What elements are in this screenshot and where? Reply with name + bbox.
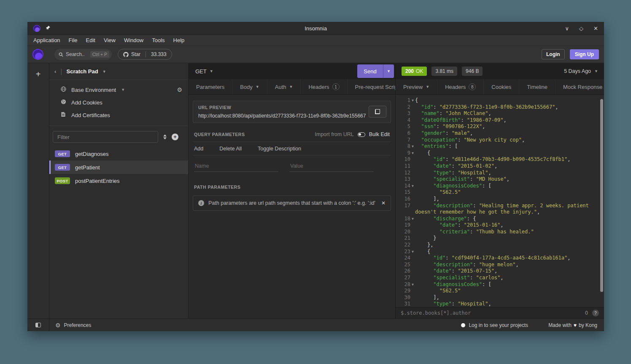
environment-selector[interactable]: Base Environment ▼ ⚙ (49, 83, 188, 96)
line-number-value: 24 (404, 255, 410, 262)
titlebar: Insomnia ∨ ◇ ✕ (27, 22, 604, 35)
menu-window[interactable]: Window (121, 36, 147, 44)
workspace-title[interactable]: Scratch Pad (67, 68, 98, 75)
chevron-down-icon[interactable]: ▼ (102, 70, 106, 74)
request-getDiagnoses[interactable]: GETgetDiagnoses (49, 147, 188, 161)
tab-headers[interactable]: Headers1 (301, 79, 347, 94)
response-history-dropdown[interactable]: 5 Days Ago ▼ (564, 68, 598, 74)
fold-spacer (410, 163, 415, 170)
fold-spacer (410, 268, 415, 275)
cookie-icon (60, 99, 66, 106)
fold-arrow-icon[interactable]: ▼ (410, 150, 415, 157)
sidebar-filter-input[interactable] (53, 131, 158, 143)
maximize-icon[interactable]: ◇ (579, 25, 583, 32)
close-icon[interactable]: ✕ (593, 25, 598, 32)
fold-arrow-icon[interactable]: ▼ (410, 249, 415, 255)
add-cookies-button[interactable]: Add Cookies (49, 96, 188, 109)
menu-view[interactable]: View (100, 36, 119, 44)
scrollbar-thumb[interactable] (600, 99, 603, 292)
send-button[interactable]: Send ▼ (357, 64, 394, 78)
preferences-button[interactable]: ⚙ Preferences (49, 322, 91, 329)
tab-pre-request-script[interactable]: Pre-request Script (348, 79, 395, 94)
request-getPatient[interactable]: GETgetPatient (49, 161, 188, 174)
json-line-content: "id": "d2773336-f723-11e9-8f0b-362b9e155… (415, 104, 604, 111)
bulk-edit-toggle[interactable] (358, 132, 365, 137)
line-number-value: 28 (404, 281, 410, 288)
param-value-input[interactable] (289, 161, 374, 172)
json-line-content: "occupation": "New york city cop", (415, 137, 604, 144)
method-label: GET (195, 68, 207, 75)
fold-arrow-icon[interactable]: ▼ (410, 216, 415, 222)
line-number-value: 14 (404, 183, 410, 190)
json-line: 9▼ { (396, 150, 604, 157)
tab-preview[interactable]: Preview▼ (396, 79, 437, 94)
login-button[interactable]: Login (542, 49, 565, 59)
copy-icon (375, 109, 380, 114)
response-filter-input[interactable] (401, 310, 581, 316)
search-input[interactable]: Search.. Ctrl + P (54, 49, 112, 60)
add-request-button[interactable]: + (172, 134, 178, 140)
menu-application[interactable]: Application (30, 36, 64, 44)
copy-url-button[interactable] (369, 106, 386, 118)
request-name: postPatientEntries (75, 178, 120, 184)
back-chevron-icon[interactable]: ‹ (54, 68, 56, 75)
menu-edit[interactable]: Edit (83, 36, 99, 44)
made-with-label: Made with (548, 322, 572, 328)
url-preview-label: URL PREVIEW (198, 105, 386, 110)
tab-timeline[interactable]: Timeline (519, 79, 555, 94)
window-title: Insomnia (305, 25, 327, 32)
tab-auth[interactable]: Auth▼ (267, 79, 301, 94)
fold-spacer (410, 117, 415, 124)
sidebar: ‹ | Scratch Pad ▼ Base Environment ▼ ⚙ (49, 63, 189, 318)
fold-arrow-icon[interactable]: ▼ (410, 281, 415, 288)
sort-icon[interactable] (163, 134, 167, 139)
fold-arrow-icon[interactable]: ▼ (410, 143, 415, 150)
info-icon: i (198, 200, 204, 206)
search-placeholder: Search.. (66, 51, 85, 57)
add-certificates-button[interactable]: Add Certificates (49, 109, 188, 121)
line-number: 28▼ (396, 281, 415, 288)
json-line: 26 "date": "2015-07-15", (396, 268, 604, 275)
github-star-button[interactable]: Star 33.333 (118, 49, 172, 60)
menu-help[interactable]: Help (170, 36, 188, 44)
tab-parameters[interactable]: Parameters (189, 79, 232, 94)
fold-arrow-icon[interactable]: ▼ (410, 183, 415, 190)
minimize-icon[interactable]: ∨ (565, 25, 569, 32)
fold-arrow-icon[interactable]: ▼ (410, 97, 415, 104)
param-name-input[interactable] (194, 161, 278, 172)
close-icon[interactable]: ✕ (381, 200, 386, 206)
new-workspace-button[interactable]: + (36, 70, 41, 318)
json-line: 5 "ssn": "090786-122X", (396, 123, 604, 130)
menu-file[interactable]: File (65, 36, 81, 44)
send-options-caret-icon[interactable]: ▼ (383, 64, 394, 78)
bulk-edit-label[interactable]: Bulk Edit (369, 131, 390, 137)
toggle-description-button[interactable]: Toggle Description (258, 146, 301, 152)
tab-label: Preview (403, 84, 423, 90)
method-dropdown[interactable]: GET ▼ (195, 68, 213, 75)
environment-settings-gear-icon[interactable]: ⚙ (177, 86, 182, 93)
response-body-viewer[interactable]: 1▼{2 "id": "d2773336-f723-11e9-8f0b-362b… (396, 95, 604, 307)
json-line-content: "diagnosisCodes": [ (415, 281, 604, 288)
fold-spacer (410, 288, 415, 294)
line-number-value: 8 (407, 143, 410, 150)
tab-headers[interactable]: Headers8 (437, 79, 484, 94)
menu-tools[interactable]: Tools (148, 36, 168, 44)
made-with-kong: Made with ♥ by Kong (548, 322, 597, 328)
fold-spacer (410, 294, 415, 301)
login-projects-button[interactable]: Log in to see your projects (461, 322, 528, 328)
pin-icon[interactable] (46, 25, 51, 32)
json-line-content: "date": "2015-01-02", (415, 163, 604, 170)
tab-body[interactable]: Body▼ (232, 79, 267, 94)
tab-cookies[interactable]: Cookies (484, 79, 519, 94)
request-postPatientEntries[interactable]: POSTpostPatientEntries (49, 174, 188, 187)
tab-mock-response[interactable]: Mock Response (555, 79, 604, 94)
json-line-content: "date": "2015-01-16", (415, 222, 604, 229)
line-number-value: 5 (407, 123, 410, 130)
toggle-sidebar-icon[interactable] (35, 323, 41, 327)
help-icon[interactable]: ? (592, 310, 599, 316)
json-line: 13 "specialist": "MD House", (396, 176, 604, 183)
signup-button[interactable]: Sign Up (570, 49, 599, 59)
add-button[interactable]: Add (194, 146, 203, 152)
delete-all-button[interactable]: Delete All (219, 146, 242, 152)
line-number: 11 (396, 163, 415, 170)
